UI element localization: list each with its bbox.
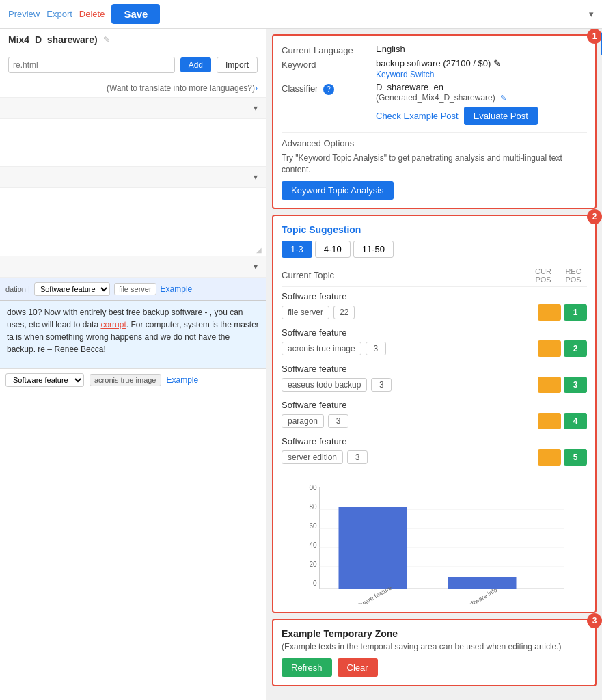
topic-category-4: Software feature: [282, 400, 587, 410]
rec-pos-5: 5: [564, 449, 587, 466]
topic-kw-tag-4: paragon: [282, 414, 324, 428]
cur-pos-col-label: CURPOS: [530, 267, 557, 284]
topic-pos-cells-4: 4: [538, 413, 587, 429]
cur-pos-5: [538, 449, 561, 466]
evaluate-post-button[interactable]: Evaluate Post: [464, 107, 538, 125]
translate-arrow[interactable]: ›: [255, 83, 258, 93]
left-title-row: Mix4_D_shareware) ✎: [0, 29, 266, 51]
section-1-header[interactable]: ▾: [0, 98, 266, 119]
kta-button[interactable]: Keyword Topic Analysis: [282, 181, 394, 200]
current-language-value: English: [376, 44, 587, 55]
svg-text:0: 0: [313, 580, 317, 587]
topic-kw-row-4: paragon 3 4: [282, 413, 587, 429]
topic-item-3: Software feature easeus todo backup 3 3: [282, 364, 587, 393]
rec-pos-3: 3: [564, 377, 587, 393]
clear-button[interactable]: Clear: [338, 658, 378, 677]
topic-category-3: Software feature: [282, 364, 587, 374]
bottom-example-link-2[interactable]: Example: [167, 375, 199, 385]
svg-text:80: 80: [309, 503, 317, 511]
topic-kw-tag-3: easeus todo backup: [282, 378, 367, 392]
advanced-options-desc: Try "Keyword Topic Analysis" to get pane…: [282, 152, 587, 176]
topic-list: Software feature file server 22 1 Softwa…: [282, 291, 587, 472]
panel-3-btn-row: Refresh Clear: [282, 658, 587, 677]
chart-area: 00 80 60 40 20 0: [282, 481, 587, 604]
advanced-options-title: Advanced Options: [282, 138, 587, 148]
topic-kw-row-2: acronis true image 3 2: [282, 340, 587, 357]
classifier-btn-row: Check Example Post Evaluate Post: [376, 107, 587, 125]
panel-3-badge: 3: [587, 613, 602, 628]
classifier-gen-text: (Generated_Mix4_D_shareware): [376, 93, 495, 103]
topic-kw-tag-2: acronis true image: [282, 342, 361, 355]
classifier-name: D_shareware_en: [376, 82, 587, 92]
cur-pos-1: [538, 304, 561, 321]
section-3-chevron-icon: ▾: [254, 262, 258, 271]
right-panel: 1 Current Language English Keyword backu…: [266, 29, 602, 700]
delete-link[interactable]: Delete: [79, 9, 105, 19]
translate-row: (Want to translate into more languages?)…: [0, 79, 266, 98]
export-link[interactable]: Export: [46, 9, 72, 19]
topic-category-2: Software feature: [282, 327, 587, 338]
bottom-kw-tag-1: file server: [114, 283, 156, 295]
bottom-topic-select-1[interactable]: Software feature: [34, 282, 110, 296]
article-preview: dows 10? Now with entirely best free bac…: [0, 300, 266, 368]
classifier-gen-row: (Generated_Mix4_D_shareware) ✎: [376, 92, 587, 103]
topic-kw-row-3: easeus todo backup 3 3: [282, 377, 587, 393]
topic-kw-num-1: 22: [333, 306, 355, 319]
bar-chart: 00 80 60 40 20 0: [282, 481, 587, 604]
preview-link[interactable]: Preview: [8, 9, 40, 19]
topic-table-header: Current Topic CURPOS RECPOS: [282, 265, 587, 287]
file-input[interactable]: [8, 57, 175, 73]
keyword-switch-link[interactable]: Keyword Switch: [376, 70, 587, 79]
refresh-button[interactable]: Refresh: [282, 658, 332, 677]
cur-pos-3: [538, 377, 561, 393]
topic-item-5: Software feature server edition 3 5: [282, 436, 587, 466]
import-button[interactable]: Import: [217, 57, 258, 73]
toolbar: Preview Export Delete Save ▾: [0, 0, 602, 29]
topic-category-5: Software feature: [282, 436, 587, 446]
section-2-chevron-icon: ▾: [254, 172, 258, 182]
bottom-topic-select-2[interactable]: Software feature: [5, 373, 84, 387]
svg-text:Software info: Software info: [464, 587, 498, 604]
topic-item-1: Software feature file server 22 1: [282, 291, 587, 321]
topic-item-4: Software feature paragon 3 4: [282, 400, 587, 429]
topic-kw-num-3: 3: [371, 378, 392, 392]
svg-text:00: 00: [309, 484, 317, 492]
classifier-col: D_shareware_en (Generated_Mix4_D_sharewa…: [376, 82, 587, 125]
panel-3-desc: (Example texts in the temporal saving ar…: [282, 642, 587, 651]
panel-3-title: Example Temporary Zone: [282, 628, 587, 639]
left-panel: Mix4_D_shareware) ✎ Add Import (Want to …: [0, 29, 266, 700]
classifier-help-icon[interactable]: ?: [323, 84, 334, 95]
tab-4-10[interactable]: 4-10: [315, 241, 351, 258]
svg-text:20: 20: [309, 561, 317, 568]
bottom-example-link-1[interactable]: Example: [161, 284, 193, 294]
info-grid: Current Language English Keyword backup …: [282, 44, 587, 125]
section-2-header[interactable]: ▾: [0, 167, 266, 188]
pos-col-headers: CURPOS RECPOS: [530, 267, 587, 284]
title-edit-icon[interactable]: ✎: [103, 35, 110, 44]
section-1-chevron-icon: ▾: [254, 103, 258, 113]
left-title-text: Mix4_D_shareware): [8, 34, 98, 45]
keyword-edit-icon[interactable]: ✎: [493, 58, 501, 68]
topic-kw-num-4: 3: [328, 414, 348, 428]
bottom-kw-tag-2: acronis true image: [90, 374, 161, 386]
classifier-edit-icon[interactable]: ✎: [500, 94, 506, 102]
topic-pos-cells-3: 3: [538, 377, 587, 393]
topic-pos-cells-2: 2: [538, 340, 587, 357]
tab-11-50[interactable]: 11-50: [353, 241, 394, 258]
add-button[interactable]: Add: [180, 57, 211, 72]
bottom-topic-row-2: Software feature acronis true image Exam…: [0, 368, 266, 391]
bar-software-feature: [339, 507, 407, 589]
section-3-header[interactable]: ▾: [0, 256, 266, 278]
svg-text:60: 60: [309, 522, 317, 530]
panel-1-badge: 1: [587, 29, 602, 44]
check-example-button[interactable]: Check Example Post: [376, 111, 459, 121]
panel-1: 1 Current Language English Keyword backu…: [272, 34, 597, 209]
rec-pos-4: 4: [564, 413, 587, 429]
topic-item-2: Software feature acronis true image 3 2: [282, 327, 587, 357]
toolbar-chevron-icon[interactable]: ▾: [589, 9, 594, 19]
rec-pos-2: 2: [564, 340, 587, 357]
topic-category-1: Software feature: [282, 291, 587, 301]
save-button[interactable]: Save: [111, 4, 160, 24]
tab-1-3[interactable]: 1-3: [282, 241, 312, 258]
panel-2: 2 Topic Suggestion 1-3 4-10 11-50 Curren…: [272, 215, 597, 613]
